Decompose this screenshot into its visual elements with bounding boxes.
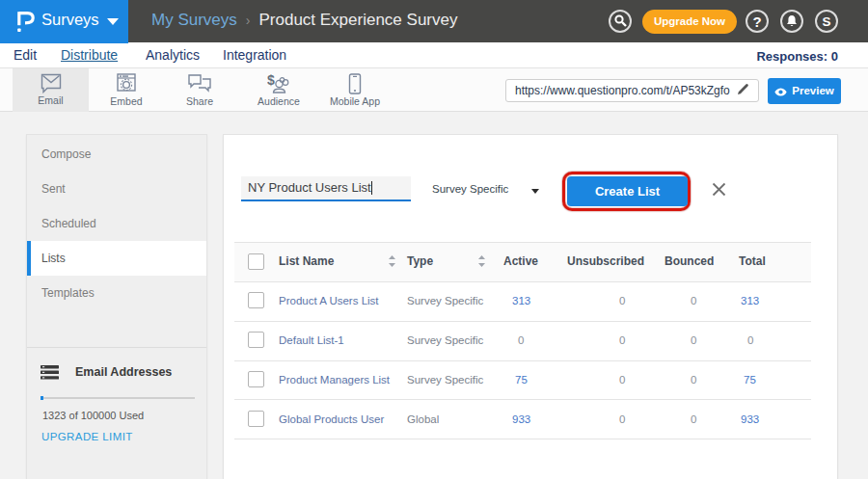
svg-text:$: $ bbox=[267, 73, 275, 88]
